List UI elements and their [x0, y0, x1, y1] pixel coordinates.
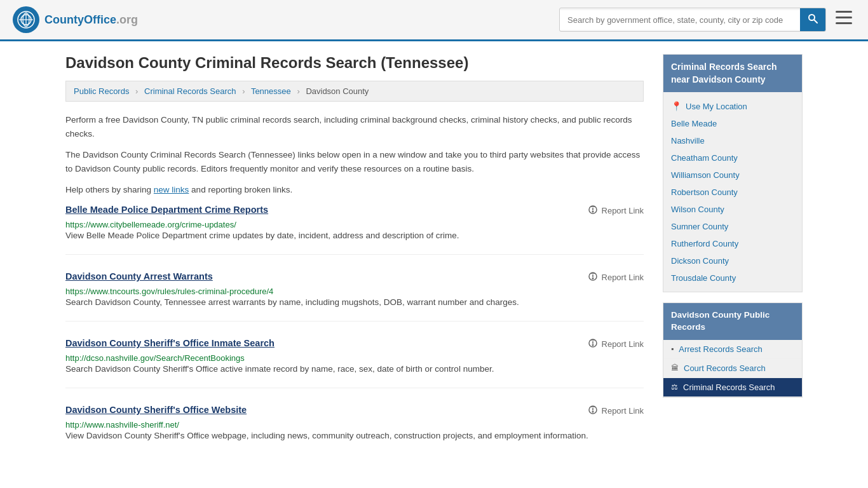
nearby-link-5[interactable]: Wilson County: [671, 205, 724, 214]
nearby-link-9[interactable]: Trousdale County: [671, 273, 736, 283]
use-location-link[interactable]: Use My Location: [686, 102, 747, 111]
pub-records-links: ▪ Arrest Records Search 🏛 Court Records …: [663, 340, 802, 397]
new-links-link[interactable]: new links: [154, 185, 189, 194]
result-url-3[interactable]: http://www.nashville-sheriff.net/: [65, 420, 179, 430]
result-header: Davidson County Sheriff's Office Inmate …: [65, 338, 644, 350]
pub-records-header: Davidson County Public Records: [663, 303, 802, 340]
svg-line-6: [814, 20, 817, 23]
nearby-link-1[interactable]: Nashville: [671, 136, 705, 146]
result-item: Belle Meade Police Department Crime Repo…: [65, 205, 644, 255]
pub-link-0[interactable]: Arrest Records Search: [679, 344, 763, 354]
sidebar-nearby-item: Wilson County: [663, 201, 802, 218]
result-title-3: Davidson County Sheriff's Office Website: [65, 405, 247, 415]
report-link-3[interactable]: Report Link: [588, 405, 644, 417]
logo-icon: [13, 6, 39, 33]
report-label-1: Report Link: [602, 273, 644, 282]
report-icon: [588, 338, 598, 350]
results-list: Belle Meade Police Department Crime Repo…: [65, 205, 644, 454]
svg-point-24: [592, 411, 593, 412]
result-header: Davidson County Sheriff's Office Website…: [65, 405, 644, 417]
site-header: CountyOffice.org: [0, 0, 868, 41]
result-item: Davidson County Sheriff's Office Website…: [65, 405, 644, 454]
svg-rect-8: [836, 17, 852, 18]
svg-point-12: [592, 211, 593, 212]
result-header: Davidson County Arrest Warrants Report L…: [65, 271, 644, 283]
result-url-0[interactable]: https://www.citybellemeade.org/crime-upd…: [65, 220, 236, 229]
pub-records-item[interactable]: ⚖ Criminal Records Search: [663, 378, 802, 397]
nearby-link-4[interactable]: Robertson County: [671, 187, 738, 197]
nearby-link-2[interactable]: Cheatham County: [671, 153, 738, 163]
sidebar: Criminal Records Search near Davidson Co…: [663, 54, 803, 471]
nearby-link-8[interactable]: Dickson County: [671, 256, 729, 266]
sidebar-nearby-item: Rutherford County: [663, 235, 802, 252]
report-link-1[interactable]: Report Link: [588, 271, 644, 283]
result-link-2[interactable]: Davidson County Sheriff's Office Inmate …: [65, 338, 275, 348]
page-title: Davidson County Criminal Records Search …: [65, 54, 644, 72]
svg-rect-9: [836, 22, 852, 24]
sidebar-nearby-item: Nashville: [663, 132, 802, 149]
sidebar-nearby-item: Belle Meade: [663, 115, 802, 132]
nearby-link-6[interactable]: Sumner County: [671, 222, 728, 231]
result-link-3[interactable]: Davidson County Sheriff's Office Website: [65, 405, 247, 415]
sidebar-nearby-item: Williamson County: [663, 166, 802, 184]
nearby-link-7[interactable]: Rutherford County: [671, 239, 738, 248]
result-desc-0: View Belle Meade Police Department crime…: [65, 229, 644, 243]
nearby-link-3[interactable]: Williamson County: [671, 170, 740, 180]
result-title-1: Davidson County Arrest Warrants: [65, 271, 213, 281]
content-area: Davidson County Criminal Records Search …: [65, 54, 644, 471]
use-my-location[interactable]: 📍 Use My Location: [663, 97, 802, 115]
nearby-links: Belle MeadeNashvilleCheatham CountyWilli…: [663, 115, 802, 287]
sidebar-nearby-item: Trousdale County: [663, 269, 802, 287]
nearby-header: Criminal Records Search near Davidson Co…: [663, 55, 802, 92]
nearby-section: Criminal Records Search near Davidson Co…: [663, 54, 803, 292]
report-link-0[interactable]: Report Link: [588, 205, 644, 217]
search-button[interactable]: [800, 8, 825, 31]
logo-text: CountyOffice.org: [44, 13, 138, 27]
breadcrumb-criminal-records[interactable]: Criminal Records Search: [144, 86, 236, 96]
svg-point-16: [592, 278, 593, 279]
result-url-1[interactable]: https://www.tncourts.gov/rules/rules-cri…: [65, 287, 273, 296]
pub-icon-2: ⚖: [671, 383, 678, 391]
result-header: Belle Meade Police Department Crime Repo…: [65, 205, 644, 217]
logo-area: CountyOffice.org: [13, 6, 138, 33]
result-title-0: Belle Meade Police Department Crime Repo…: [65, 205, 268, 215]
result-link-1[interactable]: Davidson County Arrest Warrants: [65, 271, 213, 281]
breadcrumb-tennessee[interactable]: Tennessee: [251, 86, 291, 96]
report-icon: [588, 205, 598, 217]
nearby-body: 📍 Use My Location Belle MeadeNashvilleCh…: [663, 92, 802, 292]
hamburger-button[interactable]: [832, 8, 855, 32]
sidebar-nearby-item: Dickson County: [663, 252, 802, 269]
search-input[interactable]: [560, 10, 800, 30]
description-para3: Help others by sharing new links and rep…: [65, 183, 644, 197]
sidebar-nearby-item: Robertson County: [663, 184, 802, 201]
result-desc-1: Search Davidson County, Tennessee arrest…: [65, 296, 644, 309]
main-container: Davidson County Criminal Records Search …: [53, 41, 815, 484]
search-bar: [559, 8, 826, 32]
description-para1: Perform a free Davidson County, TN publi…: [65, 113, 644, 140]
svg-point-20: [592, 344, 593, 346]
pub-records-item[interactable]: ▪ Arrest Records Search: [663, 340, 802, 359]
pub-icon-0: ▪: [671, 344, 674, 353]
breadcrumb-public-records[interactable]: Public Records: [74, 86, 129, 96]
result-link-0[interactable]: Belle Meade Police Department Crime Repo…: [65, 205, 268, 215]
report-icon: [588, 271, 598, 283]
result-url-2[interactable]: http://dcso.nashville.gov/Search/RecentB…: [65, 353, 245, 363]
breadcrumb: Public Records › Criminal Records Search…: [65, 81, 644, 102]
result-item: Davidson County Sheriff's Office Inmate …: [65, 338, 644, 388]
nearby-link-0[interactable]: Belle Meade: [671, 119, 717, 128]
result-item: Davidson County Arrest Warrants Report L…: [65, 271, 644, 322]
report-label-3: Report Link: [602, 406, 644, 416]
header-right: [559, 8, 855, 32]
pub-records-item[interactable]: 🏛 Court Records Search: [663, 359, 802, 378]
description-para2: The Davidson County Criminal Records Sea…: [65, 148, 644, 175]
pub-icon-1: 🏛: [671, 363, 679, 372]
sidebar-nearby-item: Sumner County: [663, 218, 802, 235]
pub-records-section: Davidson County Public Records ▪ Arrest …: [663, 302, 803, 398]
report-label-2: Report Link: [602, 339, 644, 349]
pub-link-2[interactable]: Criminal Records Search: [683, 383, 775, 392]
report-link-2[interactable]: Report Link: [588, 338, 644, 350]
pub-link-1[interactable]: Court Records Search: [684, 363, 766, 373]
report-label-0: Report Link: [602, 206, 644, 215]
location-icon: 📍: [671, 101, 682, 111]
breadcrumb-current: Davidson County: [306, 86, 369, 96]
